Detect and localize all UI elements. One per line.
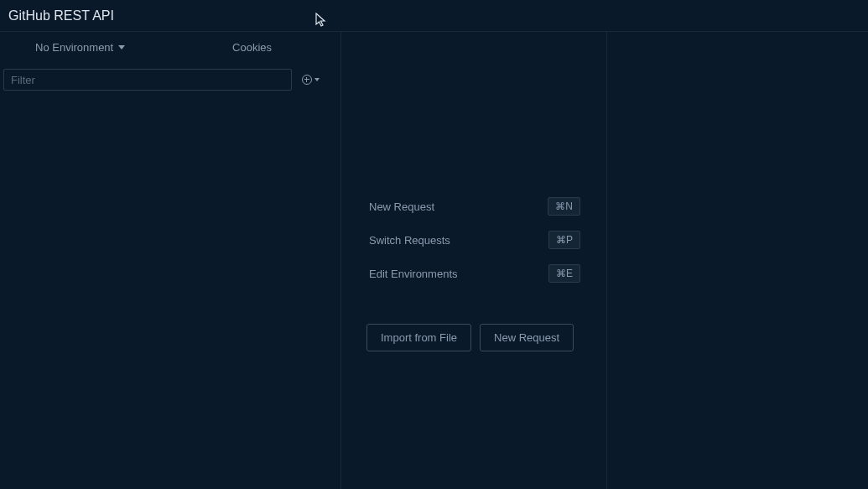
shortcut-key: ⌘N <box>548 197 580 216</box>
shortcut-row: New Request ⌘N <box>369 196 580 216</box>
right-panel <box>607 32 868 489</box>
shortcut-key: ⌘P <box>548 231 580 249</box>
shortcut-label: Edit Environments <box>369 268 458 280</box>
new-request-button[interactable]: New Request <box>480 324 574 351</box>
action-buttons: Import from File New Request <box>366 324 574 351</box>
shortcut-key: ⌘E <box>548 264 580 283</box>
sidebar: No Environment Cookies <box>0 32 341 489</box>
shortcut-label: New Request <box>369 200 434 213</box>
import-from-file-button[interactable]: Import from File <box>366 324 471 351</box>
add-menu-button[interactable] <box>299 71 323 88</box>
environment-label: No Environment <box>35 41 113 54</box>
sidebar-topbar: No Environment Cookies <box>0 32 340 64</box>
header: GitHub REST API <box>0 0 868 32</box>
shortcut-list: New Request ⌘N Switch Requests ⌘P Edit E… <box>369 196 580 297</box>
main-panel: New Request ⌘N Switch Requests ⌘P Edit E… <box>341 32 607 489</box>
shortcut-label: Switch Requests <box>369 234 450 247</box>
body: No Environment Cookies New Request ⌘N Sw… <box>0 32 868 489</box>
cookies-button[interactable]: Cookies <box>232 41 272 54</box>
caret-down-icon <box>118 45 125 49</box>
sidebar-filterbar <box>0 64 340 96</box>
workspace-title[interactable]: GitHub REST API <box>8 8 114 23</box>
filter-input[interactable] <box>3 69 292 91</box>
caret-down-icon <box>314 78 320 81</box>
environment-selector[interactable]: No Environment <box>29 38 132 57</box>
shortcut-row: Switch Requests ⌘P <box>369 230 580 250</box>
cursor-icon <box>315 13 327 30</box>
shortcut-row: Edit Environments ⌘E <box>369 263 580 284</box>
plus-circle-icon <box>302 75 312 85</box>
